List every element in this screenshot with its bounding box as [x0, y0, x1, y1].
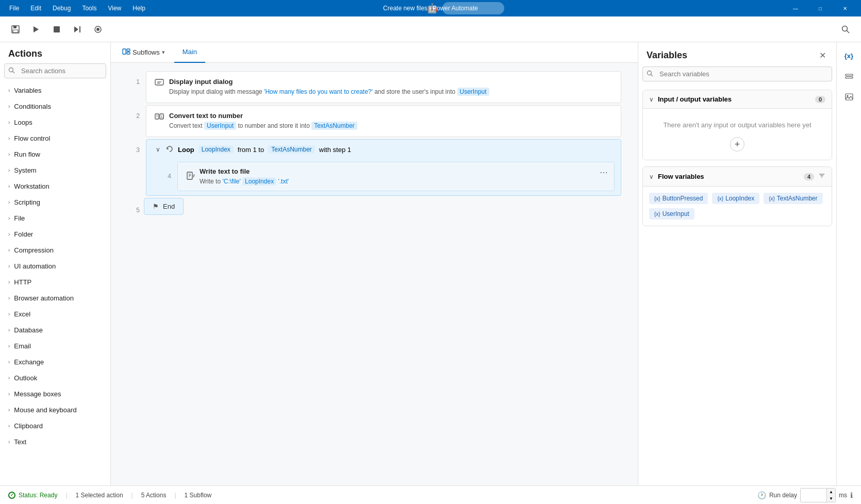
action-item-flow-control[interactable]: › Flow control — [0, 130, 110, 146]
stop-button[interactable] — [47, 20, 66, 39]
loop-keyword: Loop — [178, 146, 194, 154]
io-add-variable-button[interactable]: + — [730, 137, 744, 152]
action-item-message-boxes[interactable]: › Message boxes — [0, 386, 110, 402]
menu-tools[interactable]: Tools — [77, 3, 102, 14]
flow-var-loop-index[interactable]: {x} LoopIndex — [712, 193, 759, 204]
titlebar-menu: File Edit Debug Tools View Help — [4, 3, 151, 14]
subflows-label: Subflows — [133, 48, 160, 56]
svg-rect-15 — [127, 52, 130, 54]
minimize-button[interactable]: — — [784, 0, 807, 16]
menu-debug[interactable]: Debug — [47, 3, 76, 14]
flow-var-text-as-number[interactable]: {x} TextAsNumber — [764, 193, 822, 204]
actions-search-icon — [8, 67, 15, 75]
svg-text:12: 12 — [161, 115, 164, 119]
flow-var-button-pressed[interactable]: {x} ButtonPressed — [649, 193, 708, 204]
action-item-scripting[interactable]: › Scripting — [0, 194, 110, 210]
search-actions-input[interactable] — [4, 63, 106, 78]
action-item-http[interactable]: › HTTP — [0, 274, 110, 290]
svg-rect-33 — [846, 77, 853, 78]
end-block[interactable]: ⚑ End — [144, 198, 184, 215]
nested-step-more-button[interactable]: ⋯ — [598, 166, 610, 179]
flow-var-user-input[interactable]: {x} UserInput — [649, 208, 694, 220]
step-1-title: Display input dialog — [169, 78, 489, 86]
variables-panel-toggle-button[interactable]: {x} — [840, 46, 858, 65]
action-item-ui-automation[interactable]: › UI automation — [0, 258, 110, 274]
step-card-2[interactable]: 12 Convert text to number Convert text U… — [146, 105, 621, 137]
chevron-icon: › — [8, 263, 10, 269]
variables-panel: Variables ✕ ∨ Input / output variab — [638, 42, 836, 485]
chevron-icon: › — [8, 167, 10, 173]
subflows-button[interactable]: Subflows ▾ — [117, 45, 170, 59]
image-button[interactable] — [840, 88, 858, 106]
action-item-email[interactable]: › Email — [0, 338, 110, 354]
flow-vars-filter-button[interactable] — [818, 172, 825, 181]
action-item-text[interactable]: › Text — [0, 434, 110, 450]
action-item-outlook[interactable]: › Outlook — [0, 370, 110, 386]
var-userinput-label: UserInput — [663, 210, 689, 217]
input-output-header[interactable]: ∨ Input / output variables 0 — [643, 90, 832, 109]
search-variables-input[interactable] — [642, 66, 832, 81]
menu-edit[interactable]: Edit — [25, 3, 46, 14]
record-button[interactable] — [89, 20, 107, 39]
layers-button[interactable] — [840, 67, 858, 86]
flow-step-3: 3 ∨ Loop LoopIndex — [127, 139, 621, 196]
run-delay-value-input[interactable]: 100 — [801, 491, 826, 500]
var-loopindex-label: LoopIndex — [725, 195, 754, 202]
chevron-icon: › — [8, 120, 10, 125]
action-item-variables[interactable]: › Variables — [0, 82, 110, 98]
ms-label: ms — [839, 492, 847, 499]
action-item-folder[interactable]: › Folder — [0, 226, 110, 242]
var-icon: {x} — [654, 211, 660, 217]
io-collapse-icon: ∨ — [649, 96, 654, 103]
run-button[interactable] — [27, 20, 45, 39]
loop-collapse-button[interactable]: ∨ — [155, 145, 161, 154]
action-item-mouse-keyboard[interactable]: › Mouse and keyboard — [0, 402, 110, 418]
save-button[interactable] — [6, 20, 25, 39]
loop-card[interactable]: ∨ Loop LoopIndex from 1 to TextAsNumber — [146, 139, 621, 196]
action-item-exchange[interactable]: › Exchange — [0, 354, 110, 370]
run-delay-down-button[interactable]: ▼ — [827, 495, 835, 502]
action-item-system[interactable]: › System — [0, 162, 110, 178]
flow-vars-title: Flow variables — [658, 173, 800, 180]
chevron-icon: › — [8, 311, 10, 317]
menu-view[interactable]: View — [103, 3, 126, 14]
menu-help[interactable]: Help — [127, 3, 151, 14]
run-delay-info-button[interactable]: ℹ — [850, 491, 853, 499]
search-flow-button[interactable] — [836, 20, 855, 39]
menu-file[interactable]: File — [4, 3, 24, 14]
svg-rect-2 — [13, 30, 18, 32]
action-item-loops[interactable]: › Loops — [0, 114, 110, 130]
svg-point-35 — [847, 95, 848, 97]
tab-main[interactable]: Main — [174, 42, 205, 63]
action-item-workstation[interactable]: › Workstation — [0, 178, 110, 194]
flow-canvas[interactable]: 1 Display input dialog — [111, 63, 638, 485]
nested-step-row: 4 — [159, 162, 615, 192]
close-button[interactable]: ✕ — [833, 0, 857, 16]
subflows-chevron-icon: ▾ — [162, 49, 165, 56]
action-item-excel[interactable]: › Excel — [0, 306, 110, 322]
action-item-conditionals[interactable]: › Conditionals — [0, 98, 110, 114]
run-delay-up-button[interactable]: ▲ — [827, 489, 835, 495]
flow-step-5: 5 ⚑ End — [127, 198, 621, 215]
step-1-var2: UserInput — [457, 88, 489, 96]
action-item-database[interactable]: › Database — [0, 322, 110, 338]
svg-rect-14 — [127, 49, 130, 51]
subflows-icon — [122, 47, 130, 57]
step-card-1[interactable]: Display input dialog Display input dialo… — [146, 71, 621, 103]
nested-step-card[interactable]: Write text to file Write to 'C:\file' Lo… — [177, 162, 615, 192]
action-item-compression[interactable]: › Compression — [0, 242, 110, 258]
action-item-browser-automation[interactable]: › Browser automation — [0, 290, 110, 306]
action-item-run-flow[interactable]: › Run flow — [0, 146, 110, 162]
nested-step-desc: Write to 'C:\file' LoopIndex '.txt' — [200, 177, 289, 186]
run-delay-spinners: ▲ ▼ — [826, 489, 835, 502]
chevron-icon: › — [8, 199, 10, 205]
end-label: End — [163, 203, 175, 210]
chevron-icon: › — [8, 327, 10, 333]
maximize-button[interactable]: □ — [808, 0, 832, 16]
action-item-file[interactable]: › File — [0, 210, 110, 226]
flow-vars-header[interactable]: ∨ Flow variables 4 — [643, 167, 832, 187]
variables-close-button[interactable]: ✕ — [817, 48, 828, 62]
next-step-button[interactable] — [68, 20, 87, 39]
action-item-clipboard[interactable]: › Clipboard — [0, 418, 110, 434]
status-dot-icon — [8, 492, 15, 499]
